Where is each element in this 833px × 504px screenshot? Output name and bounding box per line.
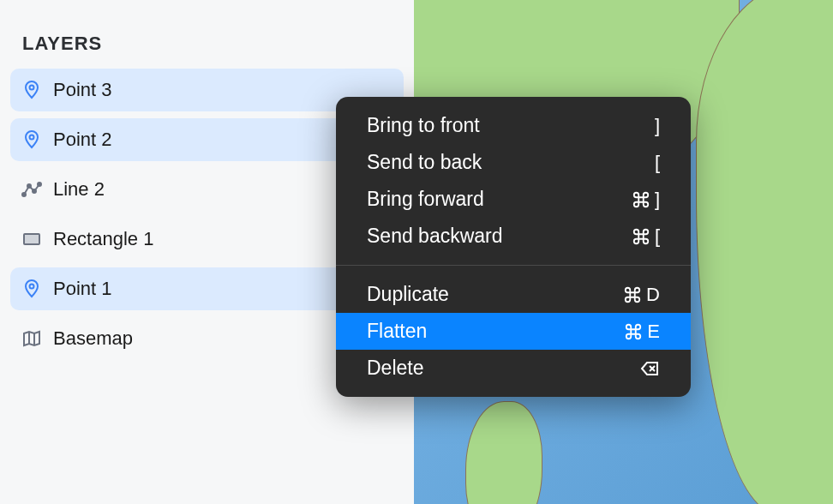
menu-shortcut: [: [655, 152, 660, 174]
menu-item-label: Bring to front: [367, 114, 480, 137]
svg-point-0: [30, 86, 34, 90]
menu-shortcut: E: [623, 321, 660, 343]
menu-item-label: Delete: [367, 357, 423, 380]
menu-shortcut: [639, 358, 660, 379]
layer-item-label: Point 1: [53, 278, 112, 300]
svg-rect-6: [24, 234, 39, 244]
shortcut-key: D: [646, 284, 660, 306]
menu-item-duplicate[interactable]: DuplicateD: [336, 276, 691, 313]
menu-shortcut: ]: [655, 115, 660, 137]
context-menu: Bring to front]Send to back[Bring forwar…: [336, 97, 691, 397]
shortcut-key: E: [647, 321, 660, 343]
menu-shortcut: D: [622, 284, 660, 306]
menu-shortcut: [: [631, 225, 660, 248]
menu-item-bring-forward[interactable]: Bring forward]: [336, 181, 691, 218]
pin-icon: [21, 278, 43, 300]
rectangle-icon: [21, 228, 43, 250]
layer-item-label: Rectangle 1: [53, 228, 153, 250]
layer-item-label: Line 2: [53, 178, 105, 201]
layers-title: LAYERS: [10, 33, 404, 55]
delete-icon: [639, 358, 660, 379]
menu-item-label: Duplicate: [367, 283, 449, 306]
svg-point-7: [30, 285, 34, 289]
command-icon: [623, 321, 644, 342]
shortcut-key: ]: [655, 115, 660, 137]
menu-item-bring-to-front[interactable]: Bring to front]: [336, 107, 691, 144]
map-icon: [21, 327, 43, 350]
map-land: [465, 401, 542, 504]
command-icon: [622, 285, 643, 305]
svg-point-1: [30, 135, 34, 140]
pin-icon: [21, 129, 43, 151]
svg-point-2: [22, 193, 26, 196]
map-land: [696, 0, 833, 504]
pin-icon: [21, 79, 43, 101]
menu-item-send-to-back[interactable]: Send to back[: [336, 144, 691, 181]
shortcut-key: [: [655, 152, 660, 174]
menu-item-flatten[interactable]: FlattenE: [336, 313, 691, 350]
layer-item-label: Basemap: [53, 327, 133, 350]
layer-item-label: Point 2: [53, 129, 112, 151]
menu-item-label: Send to back: [367, 151, 482, 174]
menu-item-label: Flatten: [367, 320, 427, 343]
command-icon: [631, 226, 651, 247]
shortcut-key: [: [655, 225, 660, 248]
svg-point-4: [33, 189, 36, 193]
command-icon: [631, 189, 651, 210]
menu-item-label: Send backward: [367, 225, 503, 248]
shortcut-key: ]: [655, 189, 660, 211]
menu-item-label: Bring forward: [367, 188, 484, 211]
svg-point-5: [38, 183, 41, 186]
line-icon: [21, 178, 43, 201]
layer-item-label: Point 3: [53, 79, 112, 101]
menu-item-send-backward[interactable]: Send backward[: [336, 218, 691, 255]
menu-shortcut: ]: [631, 189, 660, 211]
svg-point-3: [27, 184, 31, 188]
menu-section: Bring to front]Send to back[Bring forwar…: [336, 97, 691, 265]
menu-section: DuplicateDFlattenEDelete: [336, 266, 691, 397]
menu-item-delete[interactable]: Delete: [336, 350, 691, 387]
